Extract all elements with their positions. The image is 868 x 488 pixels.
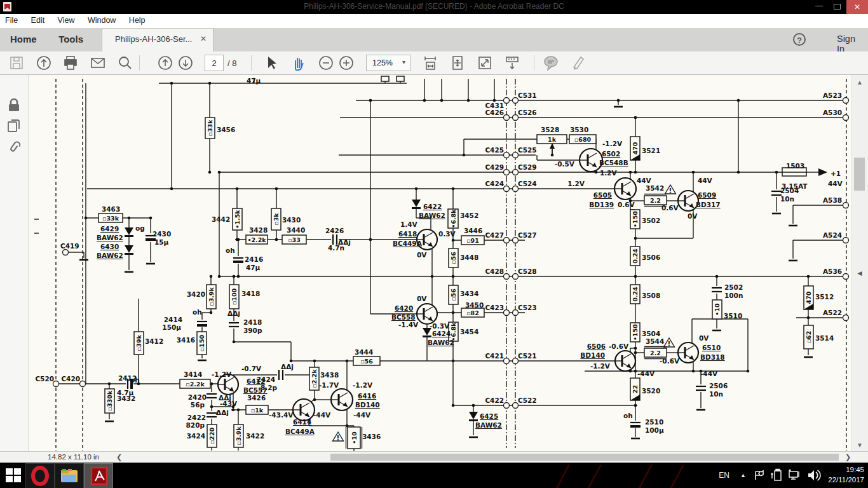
menu-edit[interactable]: Edit [26, 14, 50, 27]
search-icon[interactable] [116, 54, 134, 72]
start-button-icon[interactable] [5, 468, 22, 483]
menu-window[interactable]: Window [83, 14, 121, 27]
svg-text:A536: A536 [823, 268, 842, 275]
tab-tools[interactable]: Tools [48, 28, 92, 44]
svg-text:▫91: ▫91 [466, 237, 479, 244]
acrobat-window: Philips-AH-306-Service-Manual.pdf (SECUR… [0, 0, 868, 488]
clock-time: 19:45 [828, 464, 864, 475]
svg-text:!: ! [668, 340, 671, 348]
document-tab-close-icon[interactable]: ✕ [200, 34, 207, 43]
svg-text:!: ! [337, 434, 340, 442]
language-indicator[interactable]: EN [719, 463, 729, 488]
security-lock-icon[interactable] [6, 97, 22, 114]
next-page-nav-arrow[interactable]: ◄ [856, 269, 864, 278]
svg-text:3508: 3508 [642, 292, 660, 299]
svg-text:3454: 3454 [460, 328, 478, 336]
vertical-scrollbar[interactable]: ▲ ▼ [851, 75, 868, 451]
svg-text:-44V: -44V [353, 411, 371, 419]
tray-expand-icon[interactable]: ▲ [740, 463, 746, 488]
svg-text:0V: 0V [699, 334, 709, 342]
svg-text:C426: C426 [485, 109, 504, 116]
scroll-down-icon[interactable]: ▼ [852, 442, 867, 449]
svg-text:44V: 44V [637, 177, 652, 184]
vertical-scrollbar-thumb[interactable] [854, 158, 865, 191]
svg-text:3444: 3444 [355, 348, 373, 356]
tab-home[interactable]: Home [0, 28, 46, 44]
scroll-left-icon[interactable]: ❮ [116, 453, 122, 461]
next-page-icon[interactable] [177, 54, 194, 72]
svg-text:•150: •150 [632, 324, 639, 341]
svg-text:3510: 3510 [724, 312, 742, 320]
print-icon[interactable] [62, 54, 79, 72]
svg-text:-43.4V: -43.4V [269, 411, 294, 419]
zoom-in-icon[interactable] [337, 54, 355, 72]
svg-text:0.24: 0.24 [632, 287, 639, 302]
comment-icon[interactable] [542, 54, 560, 72]
svg-text:15µ: 15µ [154, 238, 169, 246]
share-upload-icon[interactable] [35, 54, 53, 72]
svg-text:2510: 2510 [645, 418, 663, 426]
zoom-out-icon[interactable] [317, 54, 335, 72]
zoom-level-select[interactable]: 125% ▾ [366, 55, 410, 71]
action-center-icon[interactable] [752, 463, 766, 488]
svg-text:oh: oh [226, 247, 235, 254]
page-thumbnails-icon[interactable] [6, 118, 22, 134]
clock-date: 22/11/2017 [828, 475, 864, 485]
menu-file[interactable]: File [0, 14, 23, 27]
minimize-button[interactable]: — [810, 0, 829, 14]
previous-page-icon[interactable] [156, 54, 174, 72]
toolbar-options-icon[interactable] [503, 54, 521, 72]
close-button[interactable]: ✕ [846, 0, 868, 14]
full-screen-icon[interactable] [476, 54, 494, 72]
horizontal-scrollbar-thumb[interactable] [330, 454, 839, 461]
svg-text:820p: 820p [186, 421, 205, 429]
svg-text:47µ: 47µ [246, 264, 261, 271]
svg-text:▫2.2k: ▫2.2k [311, 369, 318, 388]
help-icon[interactable]: ? [793, 33, 806, 46]
battery-icon[interactable] [770, 463, 784, 488]
taskbar-file-explorer-icon[interactable] [55, 463, 84, 488]
svg-text:BD140: BD140 [355, 401, 380, 409]
email-icon[interactable] [89, 54, 107, 72]
taskbar-acrobat-icon[interactable] [84, 463, 113, 488]
svg-text:2.2: 2.2 [650, 349, 661, 356]
document-tab[interactable]: Philips-AH-306-Ser... ✕ [102, 28, 214, 51]
svg-text:6422: 6422 [423, 203, 442, 210]
attachments-icon[interactable] [6, 139, 22, 156]
main-toolbar: / 8 125% ▾ [0, 51, 868, 75]
svg-text:C422: C422 [485, 396, 504, 404]
svg-text:▫1k: ▫1k [251, 407, 264, 414]
svg-text:470: 470 [632, 142, 639, 154]
hand-tool-icon[interactable] [290, 54, 308, 72]
highlight-icon[interactable] [569, 54, 587, 72]
page-number-input[interactable] [205, 55, 224, 71]
svg-text:0V: 0V [417, 295, 427, 302]
network-icon[interactable] [787, 463, 802, 488]
menu-view[interactable]: View [53, 14, 80, 27]
svg-text:2502: 2502 [724, 283, 743, 291]
svg-text:3414: 3414 [184, 370, 202, 378]
svg-text:C419: C419 [60, 242, 79, 250]
svg-text:-0.6V: -0.6V [609, 342, 629, 350]
fit-width-icon[interactable] [421, 54, 439, 72]
scroll-up-icon[interactable]: ▲ [852, 79, 867, 86]
svg-text:2430: 2430 [153, 230, 171, 238]
svg-text:-1.2V: -1.2V [212, 370, 232, 378]
svg-text:6430: 6430 [100, 243, 119, 250]
menu-bar: File Edit View Window Help [0, 14, 868, 29]
fit-page-icon[interactable] [449, 54, 466, 72]
svg-text:390p: 390p [243, 327, 262, 334]
svg-text:▫56: ▫56 [450, 252, 457, 264]
svg-text:BD317: BD317 [696, 201, 721, 208]
maximize-button[interactable] [827, 0, 846, 14]
taskbar-clock[interactable]: 19:45 22/11/2017 [828, 464, 864, 485]
volume-icon[interactable] [806, 463, 821, 488]
select-tool-icon[interactable] [262, 54, 280, 72]
menu-help[interactable]: Help [124, 14, 151, 27]
save-icon[interactable] [8, 54, 25, 72]
svg-text:3438: 3438 [320, 371, 339, 379]
taskbar-opera-icon[interactable] [25, 463, 55, 488]
svg-text:C526: C526 [518, 109, 537, 116]
scroll-right-icon[interactable]: ❯ [845, 453, 851, 461]
svg-text:BAW62: BAW62 [475, 421, 502, 429]
